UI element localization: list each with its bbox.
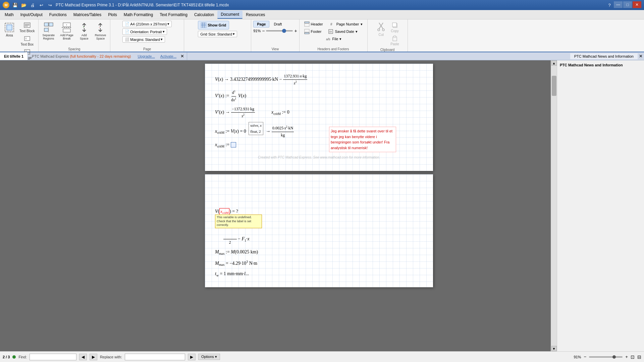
- menu-inputoutput[interactable]: Input/Output: [17, 11, 46, 18]
- close-button[interactable]: ✕: [633, 1, 641, 8]
- show-grid-button[interactable]: Show Grid: [198, 21, 229, 29]
- text-box-button[interactable]: T Text Box: [18, 34, 36, 47]
- menu-functions[interactable]: Functions: [46, 11, 70, 18]
- svg-text:+: +: [83, 25, 85, 28]
- help-button[interactable]: ?: [606, 1, 613, 9]
- page-view-button[interactable]: Page: [253, 21, 269, 27]
- footer-button[interactable]: Footer: [302, 28, 324, 35]
- fit-page-button[interactable]: ⊡: [631, 354, 635, 360]
- copy-icon: [391, 21, 398, 29]
- menu-matrices[interactable]: Matrices/Tables: [70, 11, 105, 18]
- fit-width-button[interactable]: ⊟: [637, 354, 641, 360]
- file-button[interactable]: a/b File ▾: [323, 36, 344, 42]
- ribbon-group-headers-footers: Header # Page Number ▾ Footer: [300, 19, 368, 52]
- status-zoom-in[interactable]: +: [625, 354, 628, 359]
- menu-calculation[interactable]: Calculation: [191, 11, 217, 18]
- svg-rect-32: [305, 29, 309, 32]
- margins-dropdown[interactable]: ⬜ Margins: Standard ▾: [122, 36, 165, 43]
- status-zoom-slider[interactable]: [589, 356, 623, 358]
- tab-close-button[interactable]: ✕: [179, 54, 185, 59]
- open-button[interactable]: 📂: [20, 1, 28, 9]
- menu-math-formatting[interactable]: Math Formatting: [120, 11, 156, 18]
- ribbon-group-regions: Area Text Block: [0, 19, 39, 52]
- orientation-chevron: ▾: [163, 29, 165, 34]
- svg-rect-44: [394, 36, 396, 37]
- grid-size-label: Grid Size:: [200, 32, 216, 36]
- svg-rect-11: [49, 23, 53, 26]
- scroll-down-button[interactable]: ▼: [551, 346, 557, 351]
- document-area[interactable]: V(x) → 3.4323274999999995·kN − 1372.931·…: [87, 60, 551, 351]
- replace-input[interactable]: [125, 354, 185, 360]
- svg-text:T: T: [25, 37, 27, 40]
- remove-space-button[interactable]: - RemoveSpace: [93, 21, 108, 42]
- print-button[interactable]: 🖨: [29, 1, 36, 9]
- solve-float-box: solve, xfloat, 2: [249, 122, 263, 135]
- zoom-in-button[interactable]: +: [294, 28, 297, 34]
- cut-button[interactable]: Cut: [374, 21, 388, 38]
- draft-view-button[interactable]: Draft: [270, 21, 285, 27]
- right-panel-close-button[interactable]: ✕: [638, 54, 644, 59]
- add-page-break-button[interactable]: + Add PageBreak: [58, 21, 75, 42]
- grid-size-dropdown[interactable]: Grid Size: Standard ▾: [198, 31, 237, 37]
- menu-math[interactable]: Math: [1, 11, 17, 18]
- hf-controls: Header # Page Number ▾ Footer: [302, 21, 365, 47]
- find-next-button[interactable]: ▶: [90, 354, 97, 360]
- zoom-out-button[interactable]: −: [262, 28, 265, 34]
- zoom-control: 91% − +: [253, 28, 297, 34]
- menu-plots[interactable]: Plots: [105, 11, 120, 18]
- tab-bar: Eit tilfelle 1 PTC Mathcad Express (full…: [0, 52, 644, 60]
- copy-label: Copy: [391, 29, 398, 33]
- menu-resources[interactable]: Resources: [243, 11, 268, 18]
- maximize-button[interactable]: □: [623, 1, 632, 8]
- svg-rect-12: [44, 28, 48, 32]
- fraction-vpx: −1372.931·kg s2: [231, 106, 255, 119]
- add-page-break-icon: +: [61, 22, 72, 33]
- text-block-button[interactable]: Text Block: [18, 21, 36, 34]
- cut-icon: [377, 22, 385, 32]
- status-zoom-thumb[interactable]: [612, 355, 616, 359]
- text-box-label: Text Box: [21, 43, 34, 46]
- area-button[interactable]: Area: [2, 21, 17, 39]
- vertical-scrollbar[interactable]: ▲ ▼: [551, 60, 557, 351]
- zoom-thumb[interactable]: [282, 29, 286, 33]
- title-bar: M 💾 📂 🖨 ↩ ↪ PTC Mathcad Express Prime 3.…: [0, 0, 644, 10]
- menu-document[interactable]: Document: [217, 11, 243, 19]
- saved-date-button[interactable]: Dt Saved Date ▾: [325, 28, 360, 35]
- save-button[interactable]: 💾: [11, 1, 19, 9]
- separate-regions-button[interactable]: SeparateRegions: [41, 21, 57, 42]
- ribbon-group-spacing: SeparateRegions + Add PageBreak: [39, 19, 111, 52]
- orientation-dropdown[interactable]: 📄 Orientation: Portrait ▾: [122, 28, 167, 35]
- minimize-button[interactable]: —: [614, 1, 623, 8]
- upgrade-button[interactable]: Upgrade...: [135, 53, 157, 59]
- find-prev-button[interactable]: ◀: [79, 354, 87, 360]
- tab-eit-tilfelle[interactable]: Eit tilfelle 1: [0, 52, 28, 60]
- right-panel-header: PTC Mathcad News and Information: [560, 63, 641, 67]
- options-button[interactable]: Options ▾: [198, 354, 220, 360]
- page-footer-text: Created with PTC Mathcad Express. See ww…: [215, 156, 423, 159]
- scroll-up-button[interactable]: ▲: [551, 60, 557, 66]
- add-space-button[interactable]: + AddSpace: [77, 21, 92, 42]
- fraction-spacing: 2: [223, 233, 237, 246]
- undo-button[interactable]: ↩: [38, 1, 45, 9]
- orientation-label: Orientation:: [130, 30, 149, 34]
- redo-button[interactable]: ↪: [46, 1, 54, 9]
- svg-rect-30: [305, 23, 309, 26]
- page-number-button[interactable]: # Page Number ▾: [327, 21, 365, 27]
- scroll-thumb[interactable]: [552, 76, 556, 96]
- right-panel: PTC Mathcad News and Information: [557, 60, 644, 351]
- replace-go-button[interactable]: ▶: [188, 354, 196, 360]
- menu-text-formatting[interactable]: Text Formatting: [156, 11, 191, 18]
- header-button[interactable]: Header: [302, 21, 326, 27]
- activate-button[interactable]: Activate...: [158, 53, 179, 59]
- find-input[interactable]: [30, 354, 76, 360]
- cursor-box[interactable]: [231, 142, 236, 147]
- quick-access-toolbar: 💾 📂 🖨 ↩ ↪: [11, 1, 54, 9]
- zoom-slider[interactable]: [266, 30, 293, 32]
- equation-vpx-result: V′(x) → −1372.931·kg s2 xcritM := 0: [215, 106, 423, 119]
- paste-button[interactable]: Paste: [389, 34, 400, 47]
- header-label: Header: [311, 22, 323, 26]
- page-size-dropdown[interactable]: 📄 A4 (210mm x 297mm) ▾: [122, 21, 172, 27]
- status-zoom-out[interactable]: −: [584, 354, 586, 359]
- copy-button[interactable]: Copy: [389, 21, 400, 34]
- main-area: V(x) → 3.4323274999999995·kN − 1372.931·…: [0, 60, 644, 351]
